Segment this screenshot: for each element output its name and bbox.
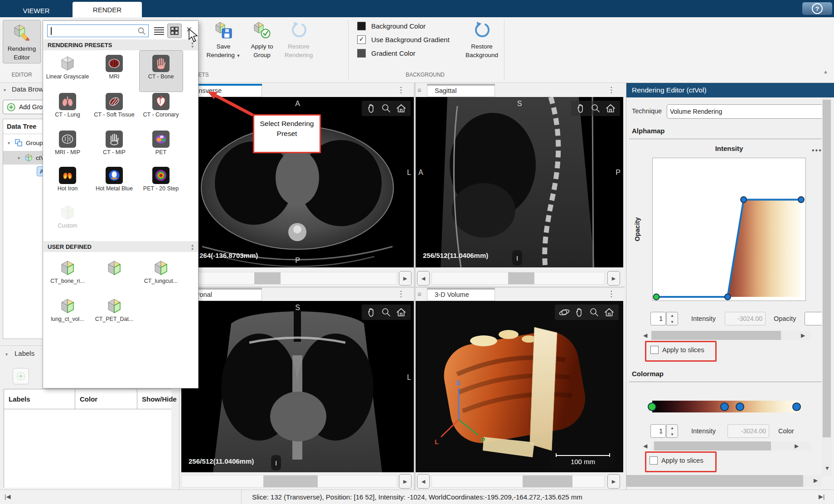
colormap-control-point[interactable] bbox=[648, 402, 656, 411]
preset-search-input[interactable] bbox=[47, 24, 149, 37]
showhide-column-header[interactable]: Show/Hide bbox=[137, 389, 171, 409]
rendering-presets-header[interactable]: RENDERING PRESETS ▾▾ bbox=[44, 39, 198, 50]
scroll-left-button[interactable]: ◀ bbox=[417, 474, 430, 489]
collapse-section-icon[interactable]: ▴▴ bbox=[191, 243, 194, 250]
gradient-color-control[interactable]: Gradient Color bbox=[357, 49, 416, 58]
home-icon[interactable] bbox=[395, 306, 407, 318]
scroll-left-button[interactable]: ◀ bbox=[417, 271, 430, 286]
restore-background-button[interactable]: Restore Background bbox=[461, 21, 503, 66]
checkbox-checked-icon[interactable]: ✓ bbox=[357, 35, 366, 44]
colormap-point-spinner[interactable]: 1 bbox=[650, 424, 666, 438]
tab-viewer[interactable]: VIEWER bbox=[14, 4, 59, 17]
technique-dropdown[interactable]: Volume Rendering ▼ bbox=[667, 104, 831, 119]
scroll-right-button[interactable]: ▶ bbox=[399, 271, 412, 286]
preset-linear-grayscale[interactable]: Linear Grayscale bbox=[45, 55, 90, 80]
apply-to-slices-checkbox[interactable] bbox=[650, 346, 659, 354]
pan-hand-icon[interactable] bbox=[365, 306, 377, 318]
labels-column-header[interactable]: Labels bbox=[4, 389, 75, 409]
home-icon[interactable] bbox=[605, 102, 616, 114]
user-preset-lung-ct-vol[interactable]: lung_ct_vol... bbox=[45, 297, 90, 323]
alphamap-curve[interactable] bbox=[653, 158, 805, 300]
panel-horizontal-scrollbar[interactable]: ▶ bbox=[626, 475, 822, 487]
preset-ct-lung[interactable]: CT - Lung bbox=[45, 93, 90, 118]
scroll-right-button[interactable]: ▶ bbox=[607, 271, 620, 286]
panel-vertical-scrollbar[interactable]: ▼ bbox=[822, 97, 832, 476]
viewport-menu-icon[interactable]: ⋮ bbox=[397, 85, 405, 95]
skip-to-end-icon[interactable]: ▶| bbox=[819, 493, 824, 500]
gradient-color-swatch[interactable] bbox=[357, 49, 366, 58]
preset-mri[interactable]: MRI bbox=[92, 55, 137, 80]
zoom-icon[interactable] bbox=[380, 102, 392, 114]
spinner-stepper[interactable]: ▲▼ bbox=[666, 312, 678, 325]
opacity-value-field[interactable] bbox=[805, 312, 823, 325]
chevron-down-icon[interactable]: ▾ bbox=[5, 352, 8, 357]
tab-render[interactable]: RENDER bbox=[73, 2, 142, 17]
scroll-right-icon[interactable]: ▶ bbox=[795, 443, 799, 449]
preset-mri-mip[interactable]: MRI - MIP bbox=[45, 131, 90, 156]
background-color-control[interactable]: Background Color bbox=[357, 22, 426, 30]
colormap-control-point[interactable] bbox=[720, 402, 729, 411]
preset-ct-soft-tissue[interactable]: CT - Soft Tissue bbox=[92, 93, 137, 118]
preset-ct-coronary[interactable]: CT - Coronary bbox=[138, 93, 184, 118]
alphamap-control-point[interactable] bbox=[654, 294, 659, 300]
alphamap-scrollbar[interactable] bbox=[651, 331, 811, 340]
scroll-right-button[interactable]: ▶ bbox=[399, 474, 412, 489]
grid-view-button[interactable] bbox=[167, 24, 182, 38]
scroll-down-icon[interactable]: ▼ bbox=[824, 465, 830, 471]
tab-3d-volume[interactable]: 3-D Volume bbox=[427, 288, 495, 301]
user-defined-header[interactable]: USER DEFINED ▴▴ bbox=[44, 241, 198, 252]
scroll-right-button[interactable]: ▶ bbox=[607, 474, 620, 489]
apply-to-slices-checkbox[interactable] bbox=[650, 456, 658, 465]
preset-ct-bone[interactable]: CT - Bone bbox=[138, 55, 184, 80]
slice-scrollbar[interactable] bbox=[432, 272, 605, 285]
viewport-coronal[interactable]: S L 256/512(11.0406mm) I bbox=[181, 301, 414, 472]
tab-sagittal[interactable]: Sagittal bbox=[427, 84, 495, 97]
home-icon[interactable] bbox=[395, 102, 407, 114]
colormap-control-point[interactable] bbox=[792, 402, 801, 411]
chevron-down-icon[interactable]: ▾ bbox=[8, 141, 10, 145]
alphamap-plot[interactable] bbox=[652, 158, 806, 301]
preset-hot-metal-blue[interactable]: Hot Metal Blue bbox=[92, 167, 137, 192]
drag-handle-icon[interactable]: ≡ bbox=[417, 87, 421, 94]
viewport-menu-icon[interactable]: ⋮ bbox=[397, 289, 405, 299]
scroll-right-icon[interactable]: ▶ bbox=[814, 478, 818, 483]
use-background-gradient-control[interactable]: ✓ Use Background Gradient bbox=[357, 35, 450, 44]
rendering-editor-button[interactable]: Rendering Editor bbox=[3, 20, 41, 63]
viewport-sagittal[interactable]: S A P 256/512(11.0406mm) I bbox=[416, 97, 623, 267]
plot-options-icon[interactable]: ••• bbox=[812, 146, 822, 155]
alphamap-control-point[interactable] bbox=[741, 197, 747, 203]
user-preset-ct-pet-dat[interactable]: CT_PET_Dat... bbox=[92, 297, 137, 323]
viewport-3d-volume[interactable]: S L P 100 mm bbox=[416, 301, 623, 472]
chevron-down-icon[interactable]: ▾ bbox=[18, 155, 20, 160]
scrollbar-thumb[interactable] bbox=[823, 100, 831, 437]
alphamap-control-point[interactable] bbox=[798, 197, 804, 203]
scroll-left-icon[interactable]: ◀ bbox=[643, 443, 647, 449]
slice-scrollbar[interactable] bbox=[181, 272, 397, 285]
zoom-icon[interactable] bbox=[590, 102, 601, 114]
labels-header[interactable]: Labels bbox=[15, 349, 34, 357]
pan-hand-icon[interactable] bbox=[575, 102, 587, 114]
colormap-scrollbar[interactable] bbox=[651, 441, 811, 451]
apply-to-group-button[interactable]: Apply to Group bbox=[245, 21, 279, 66]
save-rendering-button[interactable]: Save Rendering ▼ bbox=[205, 21, 242, 66]
scrollbar-thumb[interactable] bbox=[626, 475, 803, 487]
skip-to-start-icon[interactable]: |◀ bbox=[5, 493, 10, 500]
zoom-icon[interactable] bbox=[588, 306, 600, 318]
rotate-3d-icon[interactable] bbox=[558, 306, 570, 318]
help-button[interactable]: ? bbox=[802, 2, 832, 15]
preset-hot-iron[interactable]: Hot Iron bbox=[45, 167, 90, 192]
scrollbar-thumb[interactable] bbox=[254, 272, 281, 284]
pan-hand-icon[interactable] bbox=[573, 306, 585, 318]
viewport-menu-icon[interactable]: ⋮ bbox=[607, 289, 615, 299]
collapse-toolstrip-icon[interactable]: ▲ bbox=[823, 69, 828, 74]
preset-pet-20-step[interactable]: PET - 20 Step bbox=[138, 167, 184, 192]
color-column-header[interactable]: Color bbox=[75, 389, 137, 409]
user-preset-ct-lungcut[interactable]: CT_lungcut... bbox=[138, 259, 184, 285]
scrollbar-thumb[interactable] bbox=[651, 331, 781, 340]
scrollbar-thumb[interactable] bbox=[523, 475, 572, 487]
preset-ct-mip[interactable]: CT - MIP bbox=[92, 131, 137, 156]
pan-hand-icon[interactable] bbox=[365, 102, 377, 114]
slice-scrollbar[interactable] bbox=[432, 475, 605, 488]
alphamap-control-point[interactable] bbox=[725, 294, 731, 300]
drag-handle-icon[interactable]: ≡ bbox=[417, 291, 421, 298]
